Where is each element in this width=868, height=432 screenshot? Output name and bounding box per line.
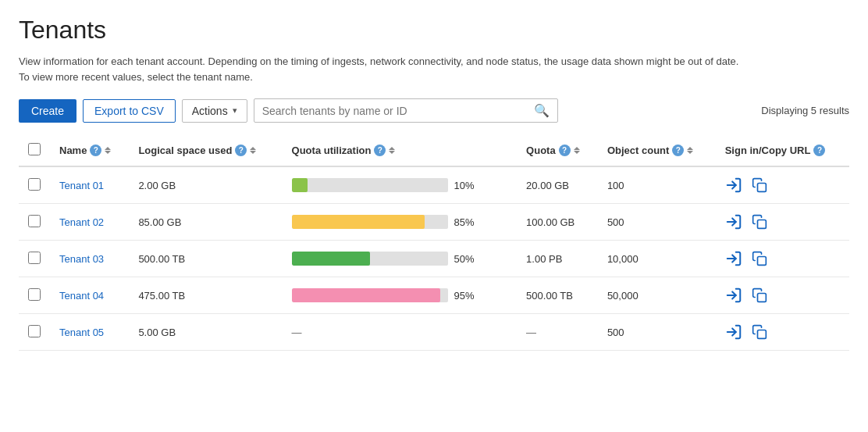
quota-pct-label: 50%: [454, 253, 482, 265]
tenant-name-cell: Tenant 05: [50, 314, 129, 351]
signin-url-cell: [716, 204, 849, 241]
quota-util-cell: 50%: [283, 241, 518, 277]
create-button[interactable]: Create: [19, 99, 76, 123]
tenant-name-link[interactable]: Tenant 03: [59, 253, 104, 265]
logical-space-cell: 500.00 TB: [129, 241, 282, 277]
svg-rect-9: [757, 330, 766, 339]
table-header-row: Name ? Logical space used ?: [19, 135, 849, 166]
signin-icon[interactable]: [725, 323, 742, 341]
copy-url-icon[interactable]: [752, 324, 767, 340]
th-quota-util: Quota utilization ?: [283, 135, 518, 166]
th-object-count: Object count ?: [598, 135, 716, 166]
object-count-cell: 100: [598, 166, 716, 204]
row-checkbox-cell: [19, 204, 50, 241]
name-help-icon[interactable]: ?: [90, 145, 101, 156]
table-row: Tenant 055.00 GB——500: [19, 314, 849, 351]
row-select-checkbox[interactable]: [28, 325, 41, 337]
quota-util-cell: —: [283, 314, 518, 351]
table-row: Tenant 04475.00 TB95%500.00 TB50,000: [19, 277, 849, 314]
copy-url-icon[interactable]: [752, 177, 767, 193]
select-all-checkbox[interactable]: [28, 143, 41, 155]
tenant-name-cell: Tenant 02: [50, 204, 129, 241]
signin-url-cell: [716, 277, 849, 314]
quota-pct-label: 95%: [454, 290, 482, 302]
toolbar: Create Export to CSV Actions ▾ 🔍 Display…: [19, 98, 849, 123]
name-sort-icon[interactable]: [105, 147, 111, 154]
copy-url-icon[interactable]: [752, 214, 767, 230]
table-row: Tenant 012.00 GB10%20.00 GB100: [19, 166, 849, 204]
row-checkbox-cell: [19, 241, 50, 277]
page-title: Tenants: [19, 16, 849, 45]
th-name: Name ?: [50, 135, 129, 166]
quota-cell: —: [517, 314, 598, 351]
quota-util-cell: 10%: [283, 166, 518, 204]
logical-space-cell: 475.00 TB: [129, 277, 282, 314]
quota-util-dash: —: [292, 327, 302, 338]
signin-url-cell: [716, 241, 849, 277]
table-row: Tenant 0285.00 GB85%100.00 GB500: [19, 204, 849, 241]
signin-icon[interactable]: [725, 250, 742, 267]
quota-pct-label: 10%: [454, 180, 482, 191]
quota-util-sort-icon[interactable]: [389, 147, 395, 154]
search-icon: 🔍: [534, 103, 550, 118]
object-count-help-icon[interactable]: ?: [672, 145, 684, 156]
logical-space-cell: 2.00 GB: [129, 166, 282, 204]
export-csv-button[interactable]: Export to CSV: [83, 99, 176, 123]
quota-dash: —: [526, 327, 536, 338]
tenant-name-link[interactable]: Tenant 01: [59, 180, 104, 191]
signin-icon[interactable]: [725, 177, 742, 194]
copy-url-icon[interactable]: [752, 287, 767, 303]
quota-pct-label: 85%: [454, 216, 482, 228]
svg-rect-1: [757, 184, 766, 192]
logical-space-cell: 5.00 GB: [129, 314, 282, 351]
quota-cell: 100.00 GB: [517, 204, 598, 241]
quota-cell: 500.00 TB: [517, 277, 598, 314]
object-count-cell: 500: [598, 314, 716, 351]
logical-space-help-icon[interactable]: ?: [235, 145, 247, 156]
quota-util-cell: 95%: [283, 277, 518, 314]
row-checkbox-cell: [19, 166, 50, 204]
results-count: Displaying 5 results: [761, 105, 849, 116]
signin-icon[interactable]: [725, 287, 742, 304]
tenant-name-link[interactable]: Tenant 04: [59, 290, 104, 302]
quota-help-icon[interactable]: ?: [559, 145, 571, 156]
svg-rect-5: [757, 257, 766, 266]
quota-util-cell: 85%: [283, 204, 518, 241]
signin-url-cell: [716, 314, 849, 351]
quota-cell: 20.00 GB: [517, 166, 598, 204]
copy-url-icon[interactable]: [752, 251, 767, 266]
th-signin-url: Sign in/Copy URL ?: [716, 135, 849, 166]
quota-sort-icon[interactable]: [574, 147, 580, 154]
signin-icon[interactable]: [725, 213, 742, 230]
signin-url-help-icon[interactable]: ?: [813, 145, 825, 156]
row-select-checkbox[interactable]: [28, 252, 41, 264]
row-select-checkbox[interactable]: [28, 178, 41, 191]
row-select-checkbox[interactable]: [28, 288, 41, 301]
row-select-checkbox[interactable]: [28, 215, 41, 227]
actions-dropdown-button[interactable]: Actions ▾: [182, 99, 247, 123]
search-input[interactable]: [262, 105, 534, 117]
search-box[interactable]: 🔍: [254, 98, 558, 123]
tenant-name-cell: Tenant 03: [50, 241, 129, 277]
tenant-name-cell: Tenant 01: [50, 166, 129, 204]
logical-space-sort-icon[interactable]: [250, 147, 256, 154]
row-checkbox-cell: [19, 277, 50, 314]
tenants-table: Name ? Logical space used ?: [19, 135, 849, 351]
tenant-name-cell: Tenant 04: [50, 277, 129, 314]
object-count-sort-icon[interactable]: [687, 147, 693, 154]
quota-util-help-icon[interactable]: ?: [374, 145, 386, 156]
table-row: Tenant 03500.00 TB50%1.00 PB10,000: [19, 241, 849, 277]
tenants-page: Tenants View information for each tenant…: [0, 0, 868, 432]
quota-cell: 1.00 PB: [517, 241, 598, 277]
tenant-name-link[interactable]: Tenant 05: [59, 327, 104, 338]
logical-space-cell: 85.00 GB: [129, 204, 282, 241]
th-quota: Quota ?: [517, 135, 598, 166]
signin-url-cell: [716, 166, 849, 204]
th-logical-space: Logical space used ?: [129, 135, 282, 166]
row-checkbox-cell: [19, 314, 50, 351]
tenant-name-link[interactable]: Tenant 02: [59, 216, 104, 228]
svg-rect-7: [757, 294, 766, 302]
chevron-down-icon: ▾: [233, 105, 237, 116]
svg-rect-3: [757, 220, 766, 229]
object-count-cell: 10,000: [598, 241, 716, 277]
